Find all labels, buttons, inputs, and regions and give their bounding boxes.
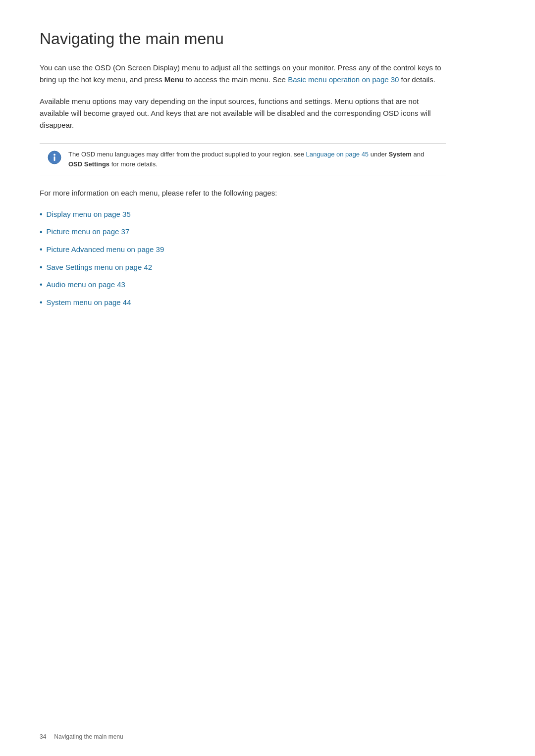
note-text-after: under [369,151,388,158]
basic-menu-link[interactable]: Basic menu operation on page 30 [288,75,399,84]
intro1-bold: Menu [164,75,184,84]
intro1-end: for details. [399,75,435,84]
intro-paragraph-1: You can use the OSD (On Screen Display) … [40,62,446,86]
note-text-before: The OSD menu languages may differ from t… [68,151,306,158]
intro-paragraph-2: Available menu options may vary dependin… [40,96,446,131]
footer-section-title: Navigating the main menu [54,733,123,740]
menu-list-item: •Save Settings menu on page 42 [40,261,446,274]
bullet-icon: • [40,226,43,239]
svg-point-1 [54,154,55,156]
bullet-icon: • [40,243,43,256]
bullet-icon: • [40,296,43,309]
menu-link-3[interactable]: Save Settings menu on page 42 [47,261,153,273]
note-box: The OSD menu languages may differ from t… [40,143,446,175]
intro1-cont: to access the main menu. See [184,75,288,84]
menu-list: •Display menu on page 35•Picture menu on… [40,208,446,309]
menu-link-0[interactable]: Display menu on page 35 [47,208,131,220]
menu-list-item: •Audio menu on page 43 [40,278,446,291]
page-footer: 34 Navigating the main menu [40,733,123,740]
refer-paragraph: For more information on each menu, pleas… [40,187,446,199]
page-title: Navigating the main menu [40,30,446,48]
page-content: Navigating the main menu You can use the… [0,0,485,353]
note-text-mid: and [412,151,424,158]
note-text-end: for more details. [109,160,158,168]
bullet-icon: • [40,278,43,291]
menu-list-item: •Display menu on page 35 [40,208,446,221]
footer-page-number: 34 [40,733,46,740]
menu-link-4[interactable]: Audio menu on page 43 [47,279,125,291]
menu-list-item: •Picture menu on page 37 [40,226,446,239]
svg-rect-2 [54,156,55,161]
note-icon [48,151,61,164]
menu-link-5[interactable]: System menu on page 44 [47,297,131,308]
language-link[interactable]: Language on page 45 [306,151,369,158]
menu-link-2[interactable]: Picture Advanced menu on page 39 [47,244,164,255]
bullet-icon: • [40,261,43,274]
note-bold2: OSD Settings [68,160,109,168]
menu-link-1[interactable]: Picture menu on page 37 [47,226,130,238]
note-text: The OSD menu languages may differ from t… [68,150,438,169]
menu-list-item: •Picture Advanced menu on page 39 [40,243,446,256]
bullet-icon: • [40,208,43,221]
note-bold1: System [389,151,412,158]
menu-list-item: •System menu on page 44 [40,296,446,309]
